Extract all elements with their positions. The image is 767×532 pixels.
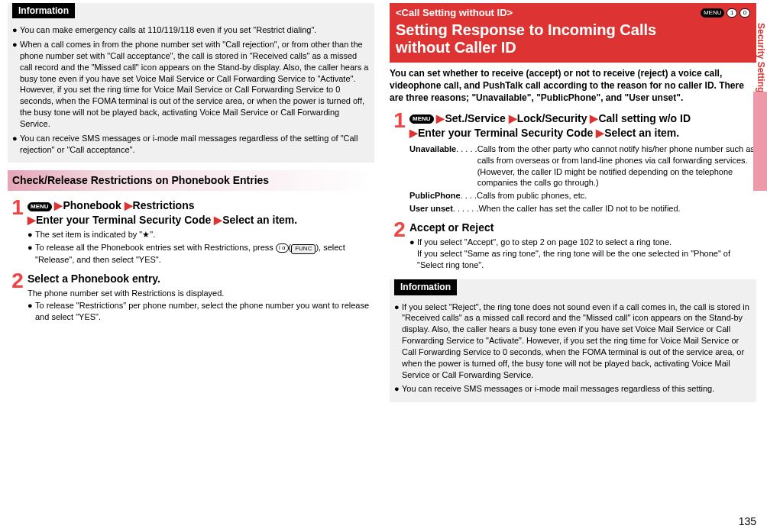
note-text: To release all the Phonebook entries set… xyxy=(35,242,374,266)
digit-key-icon: 1 xyxy=(727,8,737,18)
nav-seg: Call setting w/o ID xyxy=(598,112,691,124)
step-1-left: 1 MENU ▶Phonebook ▶Restrictions ▶Enter y… xyxy=(8,197,374,266)
note-text: To release "Restrictions" per phone numb… xyxy=(35,300,374,323)
nav-seg: Restrictions xyxy=(133,199,195,211)
info-text: You can make emergency calls at 110/119/… xyxy=(20,24,370,36)
step-number-icon: 1 xyxy=(8,197,28,218)
def-dots: . . . . . . xyxy=(453,203,479,214)
nav-seg: Select an item. xyxy=(222,214,297,226)
title-line: Setting Response to Incoming Calls xyxy=(396,21,656,38)
nav-seg: Lock/Security xyxy=(517,112,587,124)
step-note: ●To release "Restrictions" per phone num… xyxy=(28,300,374,323)
def-value: Calls from public phones, etc. xyxy=(477,190,756,202)
def-term: Unavailable xyxy=(409,143,456,189)
section-header-restrictions: Check/Release Restrictions on Phonebook … xyxy=(8,170,374,191)
info-bullet: ●You can make emergency calls at 110/119… xyxy=(12,24,370,36)
step-2-right: 2 Accept or Reject ●If you select "Accep… xyxy=(390,219,756,272)
side-tab-label: Security Settings xyxy=(755,23,767,98)
menu-key-icon: MENU xyxy=(409,114,434,124)
step-note: ●If you select "Accept", go to step 2 on… xyxy=(409,237,756,271)
info-bullet: ●You can receive SMS messages or i-mode … xyxy=(394,383,752,395)
alpha-key-icon: i α xyxy=(276,243,289,253)
step-title: Select a Phonebook entry. xyxy=(28,272,374,286)
info-text: When a call comes in from the phone numb… xyxy=(20,39,370,130)
arrow-icon: ▶ xyxy=(590,112,598,124)
def-term: PublicPhone xyxy=(409,190,461,202)
step-title: MENU ▶Phonebook ▶Restrictions ▶Enter you… xyxy=(28,198,374,227)
def-row: Unavailable . . . . . Calls from the oth… xyxy=(409,143,756,189)
left-column: Information ●You can make emergency call… xyxy=(8,3,374,410)
arrow-icon: ▶ xyxy=(28,214,36,226)
feature-subtitle: <Call Setting without ID> xyxy=(396,6,750,20)
info-text: You can receive SMS messages or i-mode m… xyxy=(20,133,370,156)
info-box-left: Information ●You can make emergency call… xyxy=(8,3,374,163)
intro-text: You can set whether to receive (accept) … xyxy=(390,67,756,105)
nav-seg: Set./Service xyxy=(445,112,505,124)
info-bullet: ●If you select "Reject", the ring tone d… xyxy=(394,301,752,381)
note-text: If you select "Accept", go to step 2 on … xyxy=(417,237,756,271)
def-term: User unset xyxy=(409,203,453,214)
step-note: ●The set item is indicated by "★". xyxy=(28,229,374,240)
def-dots: . . . . . xyxy=(456,143,477,189)
step-title: MENU ▶Set./Service ▶Lock/Security ▶Call … xyxy=(409,111,756,140)
def-dots: . . . . xyxy=(461,190,477,202)
step-number-icon: 1 xyxy=(390,110,409,131)
nav-seg: Select an item. xyxy=(604,127,679,139)
def-value: When the caller has set the caller ID no… xyxy=(478,203,756,214)
step-1-right: 1 MENU ▶Set./Service ▶Lock/Security ▶Cal… xyxy=(390,110,756,140)
side-tab: Security Settings xyxy=(753,92,767,298)
arrow-icon: ▶ xyxy=(214,214,222,226)
arrow-icon: ▶ xyxy=(409,127,418,139)
feature-title: Setting Response to Incoming Calls witho… xyxy=(396,21,750,56)
info-bullet: ●When a call comes in from the phone num… xyxy=(12,39,370,130)
nav-seg: Enter your Terminal Security Code xyxy=(36,214,211,226)
nav-seg: Phonebook xyxy=(63,199,121,211)
arrow-icon: ▶ xyxy=(509,112,517,124)
func-key-icon: FUNC xyxy=(291,244,316,254)
def-row: User unset . . . . . . When the caller h… xyxy=(409,203,756,214)
note-text: The set item is indicated by "★". xyxy=(35,229,374,240)
header-key-icons: MENU 1 0 xyxy=(701,8,750,18)
digit-key-icon: 0 xyxy=(739,8,750,18)
def-value: Calls from the other party who cannot no… xyxy=(477,143,756,189)
info-box-right: Information ●If you select "Reject", the… xyxy=(390,279,756,402)
note-seg: To release all the Phonebook entries set… xyxy=(35,243,276,252)
title-line: without Caller ID xyxy=(396,39,516,56)
menu-key-icon: MENU xyxy=(701,8,725,18)
step-2-left: 2 Select a Phonebook entry. The phone nu… xyxy=(8,270,374,324)
step-title: Accept or Reject xyxy=(409,221,756,235)
arrow-icon: ▶ xyxy=(596,127,604,139)
right-column: MENU 1 0 <Call Setting without ID> Setti… xyxy=(390,3,756,410)
step-number-icon: 2 xyxy=(8,270,28,292)
definition-list: Unavailable . . . . . Calls from the oth… xyxy=(409,143,756,214)
info-header: Information xyxy=(394,279,457,295)
feature-header: MENU 1 0 <Call Setting without ID> Setti… xyxy=(390,3,756,63)
step-note: ● To release all the Phonebook entries s… xyxy=(28,242,374,266)
info-bullet: ●You can receive SMS messages or i-mode … xyxy=(12,133,370,156)
step-line: The phone number set with Restrictions i… xyxy=(28,288,374,299)
arrow-icon: ▶ xyxy=(54,199,63,211)
info-text: If you select "Reject", the ring tone do… xyxy=(402,301,752,381)
side-tab-color xyxy=(753,92,767,191)
info-header: Information xyxy=(12,3,75,18)
arrow-icon: ▶ xyxy=(125,199,133,211)
nav-seg: Enter your Terminal Security Code xyxy=(418,127,593,139)
page-number: 135 xyxy=(739,514,756,529)
arrow-icon: ▶ xyxy=(436,112,445,124)
def-row: PublicPhone . . . . Calls from public ph… xyxy=(409,190,756,202)
step-number-icon: 2 xyxy=(390,219,409,240)
info-text: You can receive SMS messages or i-mode m… xyxy=(402,383,752,395)
menu-key-icon: MENU xyxy=(28,202,52,211)
